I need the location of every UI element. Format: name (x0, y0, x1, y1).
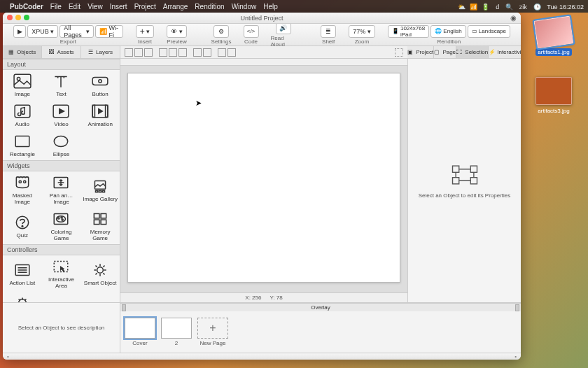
titlebar[interactable]: Untitled Project ◉ (3, 13, 521, 24)
menu-edit[interactable]: Edit (69, 3, 80, 10)
tool-masked-image[interactable]: Masked Image (3, 171, 42, 208)
page-thumbs: Cover 2 +New Page (120, 311, 521, 353)
desktop-file-2[interactable]: artifacts3.jpg (529, 77, 578, 115)
thumb-2[interactable]: 2 (161, 318, 192, 346)
tool-rectangle[interactable]: Rectangle (3, 130, 42, 160)
file-name: artifacts3.jpg (536, 107, 571, 115)
tb-readaloud: 🔊 Read Aloud (271, 22, 297, 48)
tool-interactive-area[interactable]: Interactive Area (42, 255, 81, 292)
tool-action-list[interactable]: Action List (3, 255, 42, 292)
tool-coloring-game[interactable]: Coloring Game (42, 208, 81, 244)
canvas[interactable]: ➤ (127, 73, 400, 283)
tb-settings-label: Settings (211, 38, 232, 45)
main: Layout Image Text Button Audio Video Ani… (3, 59, 521, 302)
tb-preview-label: Preview (167, 38, 186, 45)
tool-text[interactable]: Text (42, 70, 81, 100)
svg-point-24 (62, 219, 64, 220)
svg-rect-33 (452, 166, 458, 172)
thumb-cover[interactable]: Cover (125, 318, 155, 346)
play-button[interactable]: ▶ (13, 25, 26, 38)
tb-code: </> Code (243, 25, 260, 45)
tb-rendition-label: Rendition (437, 38, 461, 45)
tab-layers[interactable]: ☰ Layers (81, 46, 120, 58)
tb-preview: 👁 ▾ Preview (166, 25, 188, 45)
tab-project[interactable]: ▣ Project (407, 46, 434, 58)
canvas-area[interactable]: ➤ (120, 59, 407, 292)
svg-rect-8 (106, 105, 108, 117)
flip (218, 48, 236, 57)
status-left: • (7, 353, 9, 360)
flip-v-icon[interactable] (227, 48, 236, 57)
maximize-icon[interactable] (24, 15, 29, 20)
dist-h-icon[interactable] (193, 48, 202, 57)
tab-objects[interactable]: ▦ Objects (3, 46, 42, 58)
menu-window[interactable]: Window (232, 3, 257, 10)
tool-quiz[interactable]: Quiz (3, 208, 42, 244)
insert-button[interactable]: + ▾ (136, 25, 155, 38)
svg-rect-7 (92, 105, 94, 117)
lang-select[interactable]: 🌐 English (430, 25, 465, 38)
center: ➤ X: 256 Y: 78 (120, 59, 407, 302)
svg-rect-16 (99, 190, 102, 192)
tab-interactivity[interactable]: ⚡Interactivity (489, 46, 521, 58)
tool-memory-game[interactable]: Memory Game (80, 208, 120, 244)
tab-assets[interactable]: 🖼 Assets (42, 46, 81, 58)
preview-button[interactable]: 👁 ▾ (167, 25, 187, 38)
tool-button[interactable]: Button (80, 70, 120, 100)
menu-help[interactable]: Help (263, 3, 278, 10)
menu-arrange[interactable]: Arrange (163, 3, 188, 10)
coord-x: X: 256 (245, 295, 261, 301)
tool-video[interactable]: Video (42, 100, 81, 130)
title-extra-icon[interactable]: ◉ (510, 14, 517, 22)
shelf-button[interactable]: ≣ (321, 25, 336, 38)
tb-export: ▶ XPUB ▾ All Pages ▾ 📶 Wi-Fi Export (13, 25, 124, 45)
zoom-select[interactable]: 77% ▾ (349, 25, 375, 38)
align-left-icon[interactable] (125, 48, 133, 57)
svg-point-10 (55, 136, 69, 146)
selection-placeholder-icon (449, 163, 481, 187)
window-controls[interactable] (7, 15, 29, 20)
tool-counter[interactable]: Counter (3, 292, 42, 302)
align-right-icon[interactable] (144, 48, 153, 57)
menu-rendition[interactable]: Rendition (195, 3, 224, 10)
tool-smart-object[interactable]: Smart Object (80, 255, 120, 292)
wifi-button[interactable]: 📶 Wi-Fi (95, 25, 123, 38)
minimize-icon[interactable] (15, 15, 21, 20)
coord-y: Y: 78 (270, 295, 282, 301)
tab-selection[interactable]: ⛶ Selection (456, 46, 489, 58)
tool-animation[interactable]: Animation (80, 100, 120, 130)
tool-image[interactable]: Image (3, 70, 42, 100)
xpub-button[interactable]: XPUB ▾ (27, 25, 58, 38)
svg-point-11 (19, 181, 21, 183)
thumb-new[interactable]: +New Page (197, 318, 228, 346)
orient-select[interactable]: ▭ Landscape (468, 25, 510, 38)
menu-insert[interactable]: Insert (110, 3, 127, 10)
svg-rect-36 (470, 177, 477, 183)
menu-file[interactable]: File (50, 3, 62, 10)
tool-ellipse[interactable]: Ellipse (42, 130, 81, 160)
tool-audio[interactable]: Audio (3, 100, 42, 130)
svg-point-31 (97, 267, 104, 273)
window-title: Untitled Project (240, 15, 283, 22)
settings-button[interactable]: ⚙ (214, 25, 229, 38)
align-center-icon[interactable] (134, 48, 143, 57)
code-button[interactable]: </> (244, 25, 259, 38)
align-bottom-icon[interactable] (178, 48, 187, 57)
menu-project[interactable]: Project (134, 3, 156, 10)
flip-h-icon[interactable] (218, 48, 226, 57)
device-select[interactable]: 📱 1024x768 iPad (388, 25, 429, 38)
desktop-file-1[interactable]: artifacts1.jpg (529, 18, 578, 56)
menu-view[interactable]: View (88, 3, 103, 10)
overlay-bar[interactable]: Overlay (120, 303, 521, 311)
tool-pan-image[interactable]: Pan an… Image (42, 171, 81, 208)
align-middle-icon[interactable] (169, 48, 177, 57)
dist-v-icon[interactable] (203, 48, 211, 57)
grid-toggle-icon[interactable] (395, 48, 403, 57)
close-icon[interactable] (7, 15, 13, 20)
app-name[interactable]: PubCoder (10, 3, 43, 10)
tab-page[interactable]: ▢ Page (434, 46, 456, 58)
pages-button[interactable]: All Pages ▾ (59, 25, 94, 38)
section-layout: Layout (3, 59, 120, 70)
tool-image-gallery[interactable]: Image Gallery (80, 171, 120, 208)
align-top-icon[interactable] (159, 48, 167, 57)
